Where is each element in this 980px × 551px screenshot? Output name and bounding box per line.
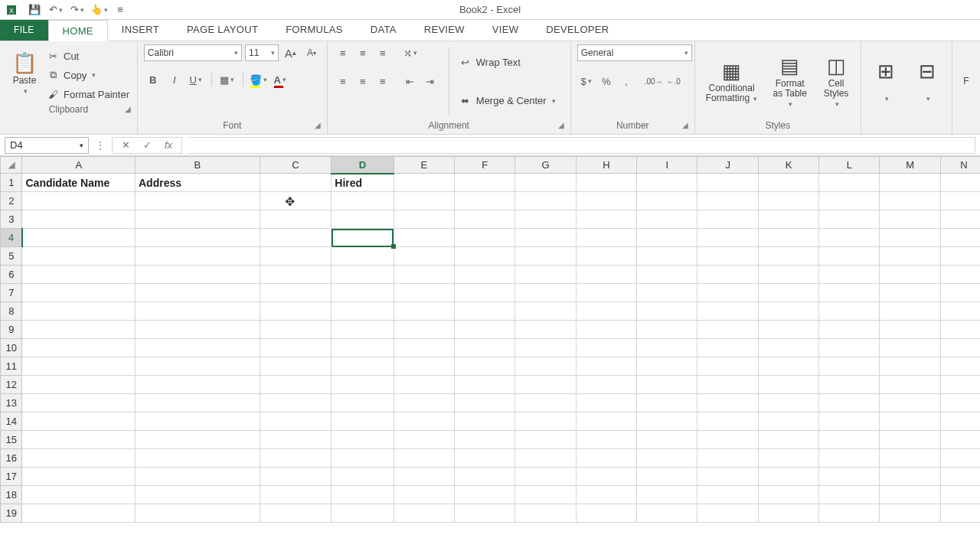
cell[interactable]: [880, 431, 940, 449]
column-header[interactable]: F: [455, 157, 515, 174]
column-header[interactable]: L: [819, 157, 880, 174]
cell[interactable]: [394, 247, 454, 266]
cell[interactable]: [940, 412, 980, 431]
cell[interactable]: [940, 339, 980, 357]
cell[interactable]: [515, 431, 576, 449]
cell[interactable]: [332, 192, 394, 210]
cell[interactable]: [22, 412, 136, 431]
accounting-format-button[interactable]: $▾: [577, 73, 596, 90]
cell[interactable]: [758, 321, 818, 339]
cell[interactable]: [332, 468, 394, 486]
cell[interactable]: [880, 339, 940, 357]
cell[interactable]: [637, 229, 697, 247]
cell[interactable]: [576, 302, 636, 321]
cell[interactable]: [136, 449, 260, 468]
format-painter-button[interactable]: 🖌Format Painter: [46, 86, 129, 103]
cell[interactable]: [22, 394, 136, 412]
cell[interactable]: [394, 504, 454, 523]
cell[interactable]: [260, 174, 332, 192]
cell[interactable]: [940, 321, 980, 339]
cell[interactable]: [136, 504, 260, 523]
cell[interactable]: [819, 247, 880, 266]
accept-formula-icon[interactable]: ✓: [140, 139, 154, 151]
cell[interactable]: [455, 376, 515, 394]
cell[interactable]: [515, 394, 576, 412]
cell[interactable]: [880, 394, 940, 412]
cell[interactable]: [260, 339, 332, 357]
cell[interactable]: [758, 431, 818, 449]
cell[interactable]: [22, 339, 136, 357]
cell[interactable]: [758, 192, 818, 210]
insert-cells-button[interactable]: ⊞ ▾: [867, 44, 904, 119]
cell[interactable]: [576, 412, 636, 431]
cell[interactable]: [260, 229, 332, 247]
cell[interactable]: [819, 339, 880, 357]
cell[interactable]: [515, 357, 576, 376]
cell[interactable]: [637, 376, 697, 394]
cell[interactable]: [260, 449, 332, 468]
cell[interactable]: [394, 412, 454, 431]
cell[interactable]: [394, 302, 454, 321]
align-top-icon[interactable]: ≡: [334, 44, 352, 61]
cell[interactable]: [576, 394, 636, 412]
cell[interactable]: [455, 302, 515, 321]
cell[interactable]: [758, 210, 818, 229]
cell[interactable]: [637, 339, 697, 357]
row-header[interactable]: 14: [1, 412, 22, 431]
cell[interactable]: [880, 210, 940, 229]
cell[interactable]: [880, 247, 940, 266]
cell[interactable]: [697, 412, 758, 431]
row-header[interactable]: 13: [1, 394, 22, 412]
merge-center-button[interactable]: ⬌Merge & Center▾: [459, 93, 556, 109]
cell[interactable]: [22, 192, 136, 210]
cell[interactable]: [940, 229, 980, 247]
column-header[interactable]: E: [394, 157, 454, 174]
align-center-icon[interactable]: ≡: [354, 73, 372, 90]
cell[interactable]: [332, 504, 394, 523]
name-box[interactable]: D4▾: [5, 137, 89, 154]
cell[interactable]: [819, 284, 880, 302]
clipboard-dialog-launcher-icon[interactable]: ◢: [125, 103, 131, 116]
cell[interactable]: [136, 468, 260, 486]
cell[interactable]: [819, 302, 880, 321]
cell[interactable]: [136, 229, 260, 247]
cell[interactable]: [260, 357, 332, 376]
cell[interactable]: [697, 357, 758, 376]
cell[interactable]: [260, 394, 332, 412]
cell[interactable]: [637, 266, 697, 284]
cell[interactable]: [697, 192, 758, 210]
cell[interactable]: [880, 357, 940, 376]
column-header[interactable]: C: [260, 157, 332, 174]
cell[interactable]: [758, 357, 818, 376]
cell[interactable]: [576, 357, 636, 376]
cell[interactable]: [332, 284, 394, 302]
cell[interactable]: [697, 174, 758, 192]
column-header[interactable]: N: [940, 157, 980, 174]
row-header[interactable]: 12: [1, 376, 22, 394]
cell[interactable]: [22, 321, 136, 339]
row-header[interactable]: 1: [1, 174, 22, 192]
paste-button[interactable]: 📋 Paste▾: [6, 44, 43, 103]
cell[interactable]: [455, 210, 515, 229]
cell[interactable]: [940, 504, 980, 523]
cell[interactable]: [332, 449, 394, 468]
cell[interactable]: [819, 376, 880, 394]
undo-icon[interactable]: ↶▾: [47, 2, 64, 18]
cell[interactable]: [637, 412, 697, 431]
cell[interactable]: [136, 412, 260, 431]
cell[interactable]: [758, 339, 818, 357]
cell[interactable]: [260, 192, 332, 210]
align-middle-icon[interactable]: ≡: [354, 44, 372, 61]
cell[interactable]: [455, 449, 515, 468]
cell[interactable]: [819, 266, 880, 284]
cell[interactable]: [455, 394, 515, 412]
cell[interactable]: [394, 229, 454, 247]
cell[interactable]: [260, 266, 332, 284]
cell[interactable]: [758, 449, 818, 468]
row-header[interactable]: 2: [1, 192, 22, 210]
row-header[interactable]: 11: [1, 357, 22, 376]
cell[interactable]: [455, 412, 515, 431]
cell[interactable]: [637, 302, 697, 321]
cell[interactable]: [819, 394, 880, 412]
cell[interactable]: [940, 192, 980, 210]
